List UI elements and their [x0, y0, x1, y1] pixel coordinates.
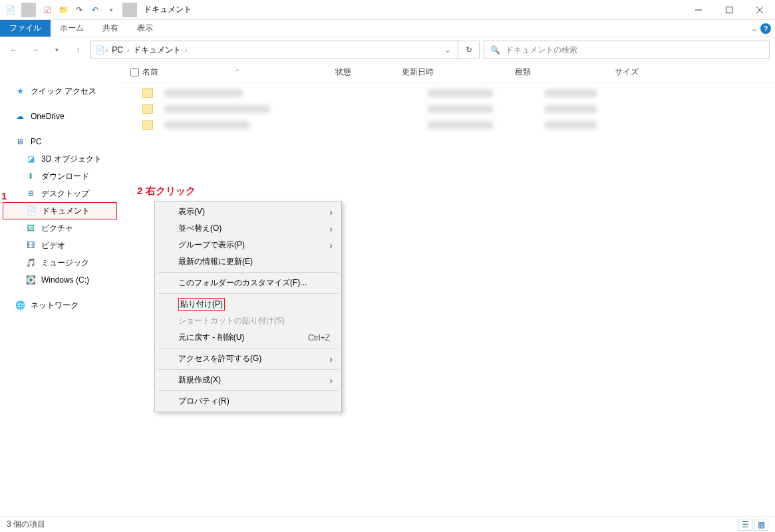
maximize-button[interactable] [714, 0, 744, 20]
ctx-refresh[interactable]: 最新の情報に更新(E) [157, 253, 339, 270]
tab-share[interactable]: 共有 [93, 20, 128, 37]
column-headers[interactable]: 名前˄ 状態 更新日時 種類 サイズ [120, 63, 775, 82]
qat-dropdown-icon[interactable]: ▾ [104, 3, 118, 17]
close-button[interactable] [744, 0, 775, 20]
col-name[interactable]: 名前 [142, 66, 158, 78]
app-icon: 📄 [3, 3, 17, 17]
separator-icon [158, 369, 338, 370]
nav-tree[interactable]: ★クイック アクセス ☁OneDrive 🖥PC ◪3D オブジェクト ⬇ダウン… [0, 63, 120, 516]
drive-icon: 💽 [25, 275, 36, 285]
picture-icon: 🖼 [25, 223, 36, 233]
view-large-icons-button[interactable]: ▦ [754, 519, 768, 531]
folder-icon [142, 88, 153, 98]
chevron-right-icon: › [329, 240, 333, 251]
ctx-customize[interactable]: このフォルダーのカスタマイズ(F)... [157, 275, 339, 291]
ctx-grant-access[interactable]: アクセスを許可する(G)› [157, 350, 339, 367]
nav-quick-access[interactable]: ★クイック アクセス [0, 82, 120, 100]
folder-icon [142, 120, 153, 130]
list-item[interactable] [120, 85, 775, 101]
ctx-properties[interactable]: プロパティ(R) [157, 393, 339, 410]
help-icon[interactable]: ? [760, 23, 771, 34]
search-input[interactable]: 🔍 ドキュメントの検索 [484, 41, 770, 59]
ctx-sort[interactable]: 並べ替え(O)› [157, 220, 339, 237]
separator-icon [158, 272, 338, 273]
ctx-paste[interactable]: 貼り付け(P) [157, 296, 339, 313]
sort-asc-icon: ˄ [235, 68, 239, 76]
ctx-view[interactable]: 表示(V)› [157, 203, 339, 220]
star-icon: ★ [15, 86, 25, 96]
annotation-1: 1 [1, 190, 7, 201]
redo-qat-icon[interactable]: ↷ [72, 3, 86, 17]
nav-videos[interactable]: 🎞ビデオ [0, 237, 120, 254]
search-placeholder: ドキュメントの検索 [506, 45, 577, 56]
cloud-icon: ☁ [15, 111, 25, 122]
nav-downloads[interactable]: ⬇ダウンロード [0, 168, 120, 185]
search-icon: 🔍 [490, 45, 500, 55]
select-all-checkbox[interactable] [130, 68, 139, 76]
nav-onedrive[interactable]: ☁OneDrive [0, 108, 120, 125]
separator-icon [122, 3, 137, 17]
chevron-right-icon: › [329, 207, 333, 217]
chevron-right-icon: › [329, 223, 333, 234]
download-icon: ⬇ [25, 171, 36, 182]
separator-icon [158, 348, 338, 348]
separator-icon [158, 293, 338, 294]
window-title: ドキュメント [140, 4, 192, 15]
folder-icon [142, 104, 153, 114]
nav-pictures[interactable]: 🖼ピクチャ [0, 219, 120, 237]
ctx-group[interactable]: グループで表示(P)› [157, 237, 339, 253]
ctx-undo[interactable]: 元に戻す - 削除(U)Ctrl+Z [157, 329, 339, 346]
svg-rect-1 [726, 7, 732, 13]
tab-view[interactable]: 表示 [128, 20, 162, 37]
view-details-button[interactable]: ☰ [738, 519, 752, 531]
folder-icon: 📄 [94, 45, 106, 55]
address-bar[interactable]: 📄 › PC › ドキュメント › ⌄ [90, 41, 458, 59]
nav-music[interactable]: 🎵ミュージック [0, 254, 120, 271]
desktop-icon: 🖥 [25, 188, 36, 199]
minimize-button[interactable] [683, 0, 714, 20]
col-size[interactable]: サイズ [615, 66, 668, 78]
new-folder-qat-icon[interactable]: 📁 [56, 3, 71, 17]
list-item[interactable] [120, 117, 775, 133]
nav-desktop[interactable]: 🖥デスクトップ [0, 185, 120, 202]
tab-home[interactable]: ホーム [51, 20, 93, 37]
chevron-right-icon[interactable]: › [185, 47, 187, 54]
up-button[interactable]: ↑ [69, 41, 86, 59]
refresh-button[interactable]: ↻ [458, 41, 480, 59]
separator-icon [21, 3, 36, 17]
status-item-count: 3 個の項目 [7, 519, 45, 530]
chevron-right-icon: › [329, 354, 333, 364]
list-item[interactable] [120, 101, 775, 117]
tab-file[interactable]: ファイル [0, 20, 51, 37]
recent-dropdown-icon[interactable]: ▾ [48, 41, 65, 59]
properties-qat-icon[interactable]: ☑ [40, 3, 55, 17]
network-icon: 🌐 [15, 300, 25, 311]
col-date[interactable]: 更新日時 [402, 66, 515, 78]
forward-button[interactable]: → [27, 41, 44, 59]
nav-documents[interactable]: 📄ドキュメント [3, 202, 117, 219]
context-menu: 表示(V)› 並べ替え(O)› グループで表示(P)› 最新の情報に更新(E) … [154, 201, 342, 412]
nav-3d-objects[interactable]: ◪3D オブジェクト [0, 150, 120, 168]
breadcrumb-pc[interactable]: PC [108, 45, 127, 55]
col-type[interactable]: 種類 [515, 66, 615, 78]
col-state[interactable]: 状態 [335, 66, 402, 78]
back-button[interactable]: ← [5, 41, 23, 59]
document-icon: 📄 [26, 205, 37, 216]
video-icon: 🎞 [25, 240, 36, 251]
nav-network[interactable]: 🌐ネットワーク [0, 297, 120, 314]
cube-icon: ◪ [25, 154, 36, 164]
separator-icon [158, 390, 338, 391]
ctx-new[interactable]: 新規作成(X)› [157, 372, 339, 388]
nav-pc[interactable]: 🖥PC [0, 133, 120, 150]
ribbon-expand-icon[interactable]: ⌄ [751, 24, 758, 33]
music-icon: 🎵 [25, 257, 36, 268]
undo-qat-icon[interactable]: ↶ [88, 3, 102, 17]
address-dropdown-icon[interactable]: ⌄ [440, 45, 455, 55]
nav-windows-c[interactable]: 💽Windows (C:) [0, 271, 120, 289]
pc-icon: 🖥 [15, 136, 25, 147]
chevron-right-icon: › [329, 375, 333, 386]
breadcrumb-current[interactable]: ドキュメント [129, 45, 185, 56]
ctx-paste-shortcut: ショートカットの貼り付け(S) [157, 313, 339, 329]
annotation-2: 2 右クリック [137, 185, 196, 198]
